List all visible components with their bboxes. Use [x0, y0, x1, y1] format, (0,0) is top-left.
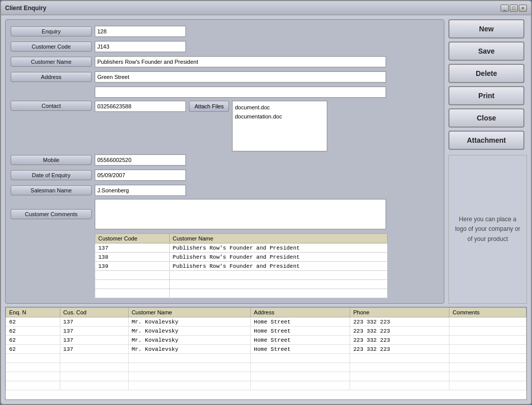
address2-input[interactable] [95, 87, 386, 98]
inner-table-cell [95, 271, 170, 280]
inner-table-row[interactable] [95, 280, 388, 289]
bottom-table-cell [6, 354, 60, 363]
customer-code-label: Customer Code [11, 42, 92, 52]
files-list: document.doc documentation.doc [232, 101, 327, 151]
main-window: Client Enquiry _ □ × Enquiry Customer Co… [0, 0, 532, 405]
bottom-table-row[interactable]: 62137Mr. KovalevskyHome Street223 332 22… [6, 345, 526, 354]
customer-name-input[interactable] [95, 56, 386, 67]
close-button-action[interactable]: Close [448, 108, 524, 128]
bottom-table-cell [449, 317, 526, 327]
bottom-table-row[interactable] [6, 372, 526, 381]
bottom-table-cell: Home Street [251, 327, 350, 336]
inner-table-cell: 139 [95, 262, 170, 271]
inner-col-name: Customer Name [169, 234, 387, 244]
bottom-table-cell: Mr. Kovalevsky [128, 345, 250, 354]
bottom-table-cell: Mr. Kovalevsky [128, 336, 250, 345]
bottom-table-cell: 223 332 223 [350, 317, 449, 327]
comments-textarea[interactable] [95, 199, 386, 229]
inner-col-code: Customer Code [95, 234, 170, 244]
bottom-table-cell [350, 381, 449, 390]
contact-label: Contact [11, 101, 92, 111]
salesman-row: Salesman Name [11, 184, 439, 197]
bottom-table-cell [350, 354, 449, 363]
bottom-table-cell: 62 [6, 317, 60, 327]
enquiry-input[interactable] [95, 26, 186, 37]
close-button[interactable]: × [519, 5, 527, 12]
bottom-table-cell: 137 [60, 336, 128, 345]
attachment-button[interactable]: Attachment [448, 131, 524, 150]
inner-table-row[interactable] [95, 271, 388, 280]
bottom-table-cell [251, 363, 350, 372]
bottom-table-cell: Home Street [251, 336, 350, 345]
attach-files-button[interactable]: Attach Files [189, 101, 229, 112]
bottom-table-cell: Mr. Kovalevsky [128, 317, 250, 327]
bottom-table-cell: Home Street [251, 317, 350, 327]
bottom-table-row[interactable]: 62137Mr. KovalevskyHome Street223 332 22… [6, 317, 526, 327]
delete-button[interactable]: Delete [448, 64, 524, 83]
inner-table-row[interactable] [95, 289, 388, 298]
bottom-table-cell [60, 381, 128, 390]
bottom-table-row[interactable]: 62137Mr. KovalevskyHome Street223 332 22… [6, 327, 526, 336]
minimize-button[interactable]: _ [501, 5, 509, 12]
bottom-table-cell [449, 372, 526, 381]
bottom-table-cell: 62 [6, 327, 60, 336]
print-button[interactable]: Print [448, 86, 524, 105]
bottom-table-cell [449, 327, 526, 336]
bottom-table-cell [6, 381, 60, 390]
bottom-table-row[interactable] [6, 363, 526, 372]
salesman-input[interactable] [95, 185, 186, 196]
contact-input[interactable] [95, 101, 186, 112]
inner-table-row[interactable]: 139Publishers Row's Founder and Presiden… [95, 262, 388, 271]
bottom-table-cell [128, 354, 250, 363]
comments-row: Customer Comments [11, 199, 439, 229]
bottom-table-cell [60, 363, 128, 372]
file-item-1: document.doc [235, 103, 325, 112]
address-input[interactable] [95, 71, 386, 83]
file-item-2: documentation.doc [235, 112, 325, 122]
address-label: Address [11, 72, 92, 82]
bottom-table-cell [350, 372, 449, 381]
bottom-table-cell: 137 [60, 327, 128, 336]
bottom-table-cell [128, 381, 250, 390]
bottom-table-cell: 223 332 223 [350, 345, 449, 354]
window-body: Enquiry Customer Code Customer Name Addr… [1, 15, 531, 404]
bottom-table-cell [449, 354, 526, 363]
bottom-table-row[interactable] [6, 354, 526, 363]
bottom-table-cell [6, 363, 60, 372]
enquiry-label: Enquiry [11, 26, 92, 36]
bottom-table-row[interactable] [6, 381, 526, 390]
maximize-button[interactable]: □ [510, 5, 518, 12]
inner-table-cell [169, 289, 387, 298]
bottom-table-cell [128, 372, 250, 381]
bottom-table-cell: Home Street [251, 345, 350, 354]
inner-table-row[interactable]: 138Publishers Row's Founder and Presiden… [95, 253, 388, 262]
enquiry-row: Enquiry [11, 25, 439, 38]
bottom-table-cell [6, 372, 60, 381]
bottom-table-cell: 223 332 223 [350, 336, 449, 345]
inner-table-cell: 137 [95, 244, 170, 253]
contact-row: Contact Attach Files document.doc docume… [11, 101, 439, 151]
bottom-table-cell [251, 381, 350, 390]
bottom-table-cell [449, 336, 526, 345]
logo-area: Here you can place a logo of your compan… [448, 155, 527, 304]
mobile-input[interactable] [95, 154, 186, 166]
address-row: Address [11, 70, 439, 84]
bottom-table-row[interactable]: 62137Mr. KovalevskyHome Street223 332 22… [6, 336, 526, 345]
bottom-table-header: Customer Name [128, 308, 250, 317]
new-button[interactable]: New [448, 19, 524, 38]
customer-code-row: Customer Code [11, 40, 439, 53]
date-row: Date of Enquiry [11, 169, 439, 182]
window-controls: _ □ × [501, 5, 527, 12]
bottom-table-cell: 137 [60, 345, 128, 354]
bottom-table-header: Address [251, 308, 350, 317]
customer-name-label: Customer Name [11, 57, 92, 67]
address2-row [11, 86, 439, 99]
inner-table-row[interactable]: 137Publishers Row's Founder and Presiden… [95, 244, 388, 253]
save-button[interactable]: Save [448, 42, 524, 61]
mobile-row: Mobile [11, 153, 439, 167]
bottom-table-cell: Mr. Kovalevsky [128, 327, 250, 336]
bottom-table-cell [350, 363, 449, 372]
date-input[interactable] [95, 170, 186, 181]
customer-code-input[interactable] [95, 41, 186, 52]
inner-table: Customer Code Customer Name 137Publisher… [95, 233, 388, 298]
